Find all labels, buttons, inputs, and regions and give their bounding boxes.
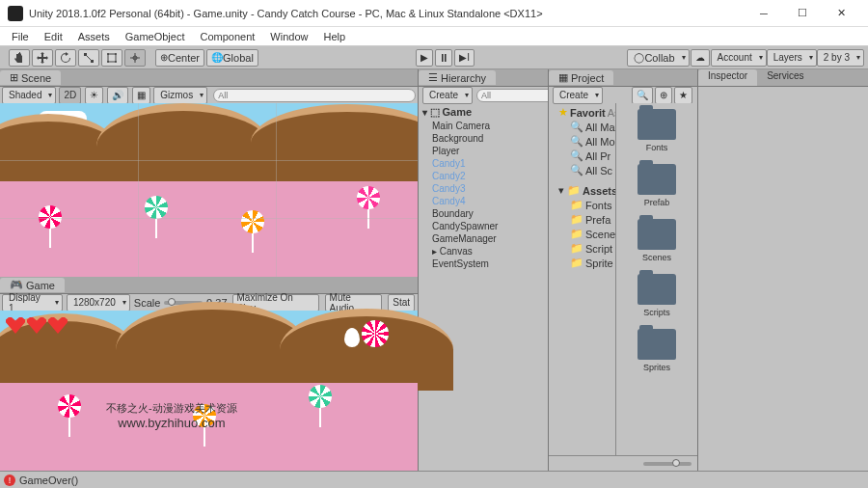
project-star-icon[interactable]: ★ [674, 87, 692, 104]
folder-icon: 📁 [570, 257, 583, 269]
hierarchy-item[interactable]: Candy4 [419, 195, 548, 207]
hierarchy-item[interactable]: Canvas [419, 245, 548, 258]
menu-assets[interactable]: Assets [70, 29, 118, 44]
status-message[interactable]: GameOver() [19, 474, 78, 486]
assets-node[interactable]: ▾ 📁 Assets [549, 183, 615, 198]
favorite-item[interactable]: 🔍 All Pr [549, 149, 615, 163]
collab-dropdown[interactable]: ◯ Collab [627, 49, 689, 67]
step-button[interactable]: ▶I [454, 49, 475, 67]
hierarchy-item[interactable]: Player [419, 145, 548, 157]
hierarchy-root[interactable]: ⬚ Game [419, 105, 548, 120]
hierarchy-item[interactable]: GameManager [419, 232, 548, 245]
move-tool[interactable] [32, 49, 53, 67]
layers-dropdown[interactable]: Layers [767, 49, 817, 67]
menu-gameobject[interactable]: GameObject [118, 29, 193, 44]
hierarchy-item[interactable]: Main Camera [419, 120, 548, 132]
favorite-item[interactable]: 🔍 All Mo [549, 134, 615, 149]
search-icon: 🔍 [570, 135, 583, 148]
folder-icon: 📁 [570, 213, 583, 226]
scene-search[interactable] [213, 89, 416, 102]
asset-folder-item[interactable]: 📁 Fonts [549, 198, 615, 212]
gizmos-dropdown[interactable]: Gizmos [153, 87, 207, 104]
asset-size-slider[interactable] [549, 455, 697, 471]
layout-dropdown[interactable]: 2 by 3 [817, 49, 864, 67]
window-title: Unity 2018.1.0f2 Personal (64bit) - Game… [29, 8, 745, 19]
shading-dropdown[interactable]: Shaded [2, 87, 56, 104]
asset-folder-item[interactable]: 📁 Scene [549, 227, 615, 241]
2d-toggle[interactable]: 2D [59, 87, 81, 104]
error-icon[interactable]: ! [4, 474, 15, 486]
menu-help[interactable]: Help [315, 29, 353, 44]
folder-tile[interactable]: Sprites [616, 323, 697, 378]
pivot-toggle[interactable]: ⊕ Center [155, 49, 204, 67]
search-icon: 🔍 [570, 164, 583, 176]
scene-view[interactable] [0, 103, 418, 277]
folder-tile[interactable]: Fonts [616, 103, 697, 158]
account-dropdown[interactable]: Account [711, 49, 767, 67]
search-icon: 🔍 [570, 121, 583, 133]
rect-tool[interactable] [101, 49, 122, 67]
lighting-toggle[interactable]: ☀ [85, 87, 103, 104]
favorite-item[interactable]: 🔍 All Sc [549, 163, 615, 177]
fx-toggle[interactable]: ▦ [132, 87, 150, 104]
hierarchy-item[interactable]: Background [419, 132, 548, 145]
game-view[interactable] [0, 311, 418, 471]
menu-component[interactable]: Component [192, 29, 262, 44]
svg-point-4 [115, 53, 117, 55]
minimize-button[interactable]: ─ [745, 0, 783, 27]
hierarchy-item[interactable]: CandySpawner [419, 220, 548, 232]
scale-tool[interactable] [78, 49, 99, 67]
close-button[interactable]: ✕ [822, 0, 860, 27]
cloud-button[interactable]: ☁ [691, 49, 710, 67]
resolution-dropdown[interactable]: 1280x720 [67, 294, 130, 312]
hierarchy-item[interactable]: Candy3 [419, 182, 548, 195]
folder-icon: 📁 [570, 199, 583, 211]
handle-toggle[interactable]: 🌐 Global [206, 49, 258, 67]
svg-rect-1 [91, 60, 94, 63]
asset-folder-item[interactable]: 📁 Sprite [549, 256, 615, 270]
hand-tool[interactable] [9, 49, 30, 67]
menu-edit[interactable]: Edit [37, 29, 70, 44]
project-create[interactable]: Create [553, 87, 603, 104]
hierarchy-item[interactable]: Boundary [419, 207, 548, 220]
menu-file[interactable]: File [4, 29, 37, 44]
transform-tool[interactable] [124, 49, 146, 67]
hierarchy-icon: ☰ [428, 71, 438, 84]
audio-toggle[interactable]: 🔊 [107, 87, 128, 104]
project-filter-icon[interactable]: ⊕ [655, 87, 672, 104]
hierarchy-create[interactable]: Create [422, 87, 473, 104]
asset-folder-item[interactable]: 📁 Prefa [549, 212, 615, 227]
folder-tile[interactable]: Scripts [616, 268, 697, 323]
stats-toggle[interactable]: Stat [388, 294, 415, 312]
hierarchy-item[interactable]: EventSystem [419, 258, 548, 270]
folder-icon [637, 109, 676, 140]
project-tab[interactable]: ▦Project [549, 70, 613, 85]
play-button[interactable]: ▶ [416, 49, 433, 67]
hierarchy-tree: ⬚ Game Main CameraBackgroundPlayerCandy1… [419, 103, 548, 272]
favorite-item[interactable]: 🔍 All Ma [549, 120, 615, 134]
rotate-tool[interactable] [55, 49, 76, 67]
game-tab[interactable]: 🎮Game [0, 278, 65, 292]
scene-tab[interactable]: ⊞Scene [0, 70, 61, 85]
display-dropdown[interactable]: Display 1 [2, 294, 63, 312]
menu-window[interactable]: Window [262, 29, 315, 44]
hierarchy-item[interactable]: Candy2 [419, 170, 548, 182]
svg-point-6 [115, 61, 117, 63]
maximize-button[interactable]: ☐ [783, 0, 822, 27]
hierarchy-tab[interactable]: ☰Hierarchy [419, 70, 496, 85]
heart-icon [6, 316, 25, 334]
pause-button[interactable]: II [435, 49, 452, 67]
folder-icon [637, 219, 676, 250]
folder-icon: 📁 [570, 242, 583, 255]
hierarchy-item[interactable]: Candy1 [419, 157, 548, 170]
services-tab[interactable]: Services [757, 69, 813, 86]
folder-tile[interactable]: Prefab [616, 158, 697, 213]
asset-folder-item[interactable]: 📁 Script [549, 241, 615, 256]
menu-bar: File Edit Assets GameObject Component Wi… [0, 27, 868, 46]
project-search-icon[interactable]: 🔍 [632, 87, 653, 104]
folder-tile[interactable]: Scenes [616, 213, 697, 268]
favorites-node[interactable]: ★Favorit Assets + [549, 105, 615, 120]
heart-icon [48, 316, 68, 334]
inspector-tab[interactable]: Inspector [698, 69, 757, 86]
scene-icon: ⊞ [10, 71, 18, 84]
